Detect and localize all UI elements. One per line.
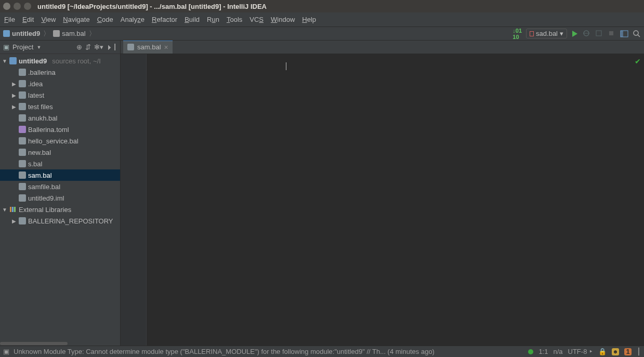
tree-node-label: untitled9.iml [28, 194, 64, 202]
memory-indicator-icon[interactable]: ┃ [637, 348, 641, 355]
process-running-icon[interactable] [528, 349, 533, 354]
menu-window[interactable]: Window [271, 16, 295, 23]
project-tool-window: ▣ Project ▼ ⊕ ⇵ ✻▾ ⏵┃ ▼untitled9sources … [0, 41, 121, 346]
menu-vcs[interactable]: VCS [249, 16, 264, 23]
gear-icon[interactable]: ✻▾ [94, 43, 103, 51]
maximize-window-icon[interactable] [24, 3, 31, 10]
folder-icon [19, 69, 26, 76]
window-title: untitled9 [~/IdeaProjects/untitled9] - .… [37, 3, 267, 10]
readonly-toggle-icon[interactable]: 🔒 [598, 348, 607, 355]
menu-code[interactable]: Code [97, 16, 113, 23]
project-tree[interactable]: ▼untitled9sources root, ~/I.ballerina▶.i… [0, 54, 120, 346]
tree-node-label: samfile.bal [28, 183, 60, 191]
menu-tools[interactable]: Tools [227, 16, 242, 23]
menu-view[interactable]: View [41, 16, 56, 23]
tree-item-8[interactable]: s.bal [0, 158, 120, 169]
tree-item-5[interactable]: Ballerina.toml [0, 124, 120, 135]
run-config-selector[interactable]: sad.bal ▾ [526, 29, 567, 38]
close-tab-icon[interactable]: × [164, 44, 168, 51]
expand-toggle-icon[interactable]: ▶ [11, 92, 17, 98]
expand-toggle-icon[interactable]: ▼ [2, 58, 7, 64]
breadcrumb-file[interactable]: sam.bal [53, 30, 86, 37]
project-scope-icon[interactable]: ▣ [3, 43, 9, 51]
scroll-from-source-icon[interactable]: ⊕ [76, 43, 82, 51]
menu-navigate[interactable]: Navigate [63, 16, 89, 23]
tree-node-label: External Libraries [19, 206, 71, 214]
menu-analyze[interactable]: Analyze [121, 16, 144, 23]
tree-node-label: sam.bal [28, 171, 52, 179]
tree-node-label: .ballerina [28, 69, 56, 76]
menu-edit[interactable]: Edit [22, 16, 34, 23]
tool-window-quick-access-icon[interactable]: ▣ [3, 348, 9, 355]
expand-toggle-icon[interactable]: ▶ [11, 81, 17, 87]
run-button[interactable] [571, 30, 579, 37]
tree-item-2[interactable]: ▶latest [0, 89, 120, 101]
tree-node-label: s.bal [28, 160, 42, 168]
svg-rect-9 [10, 207, 11, 212]
debug-button[interactable] [583, 30, 591, 38]
expand-toggle-icon[interactable]: ▼ [2, 207, 7, 213]
encoding-selector[interactable]: UTF-8 ‣ [568, 348, 593, 355]
navigation-bar: untitled9 〉 sam.bal 〉 ↓0110 sad.bal ▾ [0, 27, 644, 41]
project-tool-title[interactable]: Project [12, 43, 33, 51]
caret-position[interactable]: 1:1 [538, 348, 548, 355]
breadcrumb-project[interactable]: untitled9 [3, 30, 40, 37]
inspections-ok-icon[interactable]: ✔ [635, 57, 641, 65]
tree-item-3[interactable]: ▶test files [0, 101, 120, 112]
tree-node-label: test files [28, 103, 53, 111]
menu-bar: File Edit View Navigate Code Analyze Ref… [0, 12, 644, 27]
event-log-icon[interactable]: 1 [624, 348, 632, 355]
tree-node-hint: sources root, ~/I [52, 57, 101, 65]
line-separator[interactable]: n/a [553, 348, 562, 355]
chevron-right-icon: 〉 [89, 29, 96, 38]
file-icon [19, 137, 26, 144]
search-icon[interactable] [633, 30, 641, 38]
svg-rect-11 [14, 207, 16, 212]
editor-area: sam.bal × ✔ [121, 41, 644, 346]
editor-tabstrip: sam.bal × [121, 41, 644, 54]
ide-notifications-icon[interactable]: ☻ [612, 348, 619, 355]
tree-item-6[interactable]: hello_service.bal [0, 135, 120, 147]
expand-toggle-icon[interactable]: ▶ [11, 104, 17, 110]
minimize-window-icon[interactable] [14, 3, 21, 10]
file-icon [19, 149, 26, 156]
menu-help[interactable]: Help [302, 16, 316, 23]
editor-tab-label: sam.bal [137, 43, 161, 51]
tree-root[interactable]: ▼untitled9sources root, ~/I [0, 55, 120, 67]
svg-rect-10 [12, 207, 14, 212]
folder-icon [19, 80, 26, 87]
expand-toggle-icon[interactable]: ▶ [11, 218, 17, 224]
editor-tab-sam[interactable]: sam.bal × [123, 41, 173, 54]
tree-item-11[interactable]: untitled9.iml [0, 192, 120, 204]
module-icon [9, 57, 17, 64]
menu-build[interactable]: Build [185, 16, 200, 23]
menu-file[interactable]: File [4, 16, 15, 23]
editor-gutter[interactable] [121, 54, 147, 346]
status-bar: ▣ Unknown Module Type: Cannot determine … [0, 346, 644, 357]
folder-icon [19, 217, 26, 224]
menu-refactor[interactable]: Refactor [152, 16, 177, 23]
tree-item-10[interactable]: samfile.bal [0, 181, 120, 192]
tree-item-4[interactable]: anukh.bal [0, 112, 120, 124]
tree-item-0[interactable]: .ballerina [0, 67, 120, 78]
tree-external-libraries[interactable]: ▼External Libraries [0, 204, 120, 215]
layout-settings-icon[interactable] [620, 30, 628, 38]
tree-item-1[interactable]: ▶.idea [0, 78, 120, 89]
hide-tool-icon[interactable]: ⏵┃ [107, 43, 117, 51]
file-icon [19, 171, 26, 179]
svg-rect-4 [609, 31, 613, 35]
updates-icon[interactable]: ↓0110 [512, 28, 522, 40]
text-editor[interactable]: ✔ [121, 54, 644, 346]
close-window-icon[interactable] [3, 3, 10, 10]
coverage-button[interactable] [595, 30, 603, 38]
tree-item-9[interactable]: sam.bal [0, 169, 120, 181]
stop-button[interactable] [608, 30, 616, 38]
tree-item-7[interactable]: new.bal [0, 147, 120, 158]
chevron-down-icon: ▾ [560, 30, 563, 37]
tree-horizontal-scrollbar[interactable] [0, 341, 120, 346]
chevron-down-icon[interactable]: ▼ [36, 45, 41, 50]
collapse-all-icon[interactable]: ⇵ [85, 43, 91, 51]
status-message[interactable]: Unknown Module Type: Cannot determine mo… [14, 348, 435, 355]
menu-run[interactable]: Run [207, 16, 219, 23]
tree-ballerina-repository[interactable]: ▶BALLERINA_REPOSITORY [0, 215, 120, 227]
